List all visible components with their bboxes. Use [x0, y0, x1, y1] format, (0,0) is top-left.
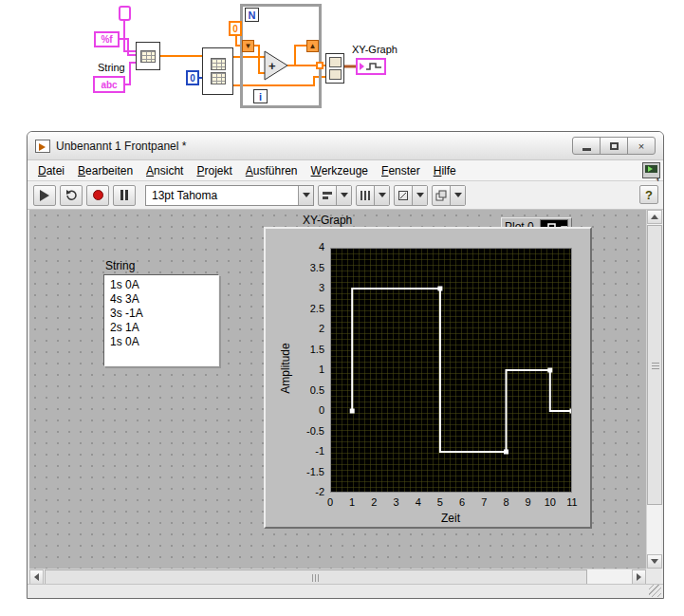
loop-iteration-terminal[interactable]: i	[253, 89, 268, 103]
loop-tunnel[interactable]	[316, 62, 324, 69]
abort-icon	[93, 190, 103, 200]
pause-button[interactable]	[113, 185, 136, 206]
font-selector-arrow[interactable]	[298, 186, 313, 205]
string-control-label: String	[105, 259, 135, 272]
string-constant[interactable]	[119, 6, 131, 21]
xy-graph-plot-area[interactable]	[330, 248, 572, 493]
menu-werkzeuge[interactable]: Werkzeuge	[305, 162, 375, 179]
scan-icon	[140, 50, 156, 63]
vertical-scrollbar[interactable]	[646, 210, 661, 569]
scroll-left-button[interactable]	[29, 569, 44, 585]
resize-objects-dropdown[interactable]	[394, 185, 428, 206]
string-line: 3s -1A	[110, 307, 218, 321]
maximize-icon	[610, 142, 619, 150]
menu-hilfe[interactable]: Hilfe	[427, 162, 463, 179]
window-bottom-edge	[28, 584, 663, 598]
format-string-constant[interactable]: %f	[94, 31, 120, 47]
array-index-constant[interactable]: 0	[186, 70, 199, 85]
loop-count-terminal[interactable]: N	[245, 8, 259, 22]
string-line: 2s 1A	[110, 321, 218, 335]
init-constant[interactable]: 0	[229, 21, 242, 36]
x-tick-label: 1	[341, 496, 363, 508]
menu-projekt[interactable]: Projekt	[190, 162, 238, 179]
block-diagram: + %f String abc 0 N 0 ▼ ▲ i XY-Graph	[90, 2, 403, 125]
horizontal-scrollbar[interactable]	[29, 569, 646, 584]
close-icon: ×	[638, 140, 644, 152]
x-tick-label: 10	[539, 496, 562, 508]
string-listbox[interactable]: 1s 0A4s 3A3s -1A2s 1A1s 0A	[103, 274, 219, 366]
reorder-dropdown[interactable]	[432, 185, 466, 206]
menu-ansicht[interactable]: Ansicht	[139, 162, 190, 179]
y-tick-label: -0.5	[288, 425, 324, 437]
maximize-button[interactable]	[600, 137, 628, 155]
titlebar[interactable]: Unbenannt 1 Frontpanel * ×	[28, 132, 663, 160]
scroll-down-button[interactable]	[647, 554, 662, 569]
x-tick-label: 3	[385, 496, 408, 508]
window-title: Unbenannt 1 Frontpanel *	[56, 140, 186, 153]
y-tick-label: 3	[288, 282, 324, 293]
x-tick-label: 2	[362, 496, 385, 508]
resize-grip[interactable]	[649, 585, 661, 597]
context-help-button[interactable]: ?	[639, 185, 658, 204]
close-button[interactable]: ×	[627, 137, 656, 155]
scrollbar-corner	[646, 569, 661, 584]
run-button[interactable]	[33, 185, 56, 206]
x-tick-label: 9	[517, 496, 540, 508]
x-axis-label: Zeit	[422, 512, 479, 525]
bundle-cell-x	[329, 57, 342, 67]
arrow-up-icon	[651, 215, 658, 219]
scroll-grip	[312, 574, 321, 582]
menu-ausfhren[interactable]: Ausführen	[239, 162, 305, 179]
x-tick-label: 7	[472, 496, 495, 508]
y-tick-label: -1	[288, 445, 324, 457]
menu-bearbeiten[interactable]: Bearbeiten	[71, 162, 139, 179]
xy-graph-terminal[interactable]	[356, 58, 386, 75]
reorder-icon	[433, 190, 450, 201]
minimize-button[interactable]	[572, 137, 601, 155]
abort-button[interactable]	[86, 185, 109, 206]
scan-from-string-node[interactable]	[136, 42, 160, 70]
array-icon-bottom	[211, 72, 226, 84]
chevron-down-icon	[303, 193, 310, 197]
chevron-down-icon	[379, 193, 386, 197]
font-selector[interactable]: 13pt Tahoma	[145, 185, 314, 206]
x-tick-label: 0	[319, 496, 342, 508]
arrow-left-icon	[34, 573, 39, 581]
menu-fenster[interactable]: Fenster	[375, 162, 427, 179]
shift-register-right[interactable]: ▲	[306, 40, 319, 52]
horizontal-scroll-thumb[interactable]	[45, 569, 587, 585]
y-tick-label: 4	[288, 241, 324, 252]
toolbar: 13pt Tahoma ?	[28, 181, 663, 210]
shift-register-left[interactable]: ▼	[242, 40, 254, 52]
menu-bar: DateiBearbeitenAnsichtProjektAusführenWe…	[28, 160, 663, 181]
y-tick-label: -1.5	[288, 466, 324, 477]
arrow-right-icon	[637, 573, 641, 581]
distribute-objects-dropdown[interactable]	[356, 185, 390, 206]
xy-graph-terminal-label: XY-Graph	[352, 44, 397, 55]
vertical-scroll-thumb[interactable]	[647, 225, 662, 505]
run-continuous-button[interactable]	[60, 185, 83, 206]
x-tick-label: 4	[407, 496, 430, 508]
mini-panel-icon	[645, 165, 657, 173]
align-objects-icon	[319, 190, 336, 201]
scroll-grip	[652, 361, 659, 369]
scroll-right-button[interactable]	[632, 569, 646, 585]
menu-datei[interactable]: Datei	[31, 162, 71, 179]
minimize-icon	[582, 148, 591, 151]
align-objects-dropdown[interactable]	[318, 185, 352, 206]
front-panel-area[interactable]: String 1s 0A4s 3A3s -1A2s 1A1s 0A XY-Gra…	[29, 210, 646, 569]
y-tick-label: 3.5	[288, 262, 324, 273]
xy-graph-terminal-icon	[359, 61, 383, 72]
scroll-up-button[interactable]	[647, 210, 662, 224]
bundle-cell-y	[329, 69, 342, 80]
window-switcher-icon[interactable]: 1	[642, 162, 660, 178]
string-terminal[interactable]: abc	[93, 76, 125, 93]
chevron-down-icon	[341, 193, 348, 197]
bundle-node[interactable]	[325, 53, 344, 84]
x-tick-label: 6	[451, 496, 473, 508]
y-tick-label: 1.5	[288, 344, 324, 355]
y-tick-label: 0	[288, 404, 324, 416]
string-terminal-label: String	[98, 62, 125, 73]
index-array-node[interactable]	[202, 47, 233, 95]
y-tick-label: 1	[288, 364, 324, 375]
